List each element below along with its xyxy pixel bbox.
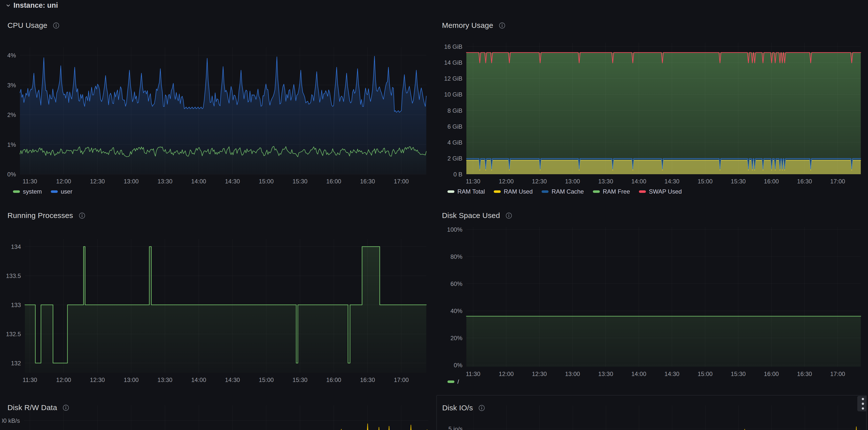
svg-text:17:00: 17:00 xyxy=(830,370,845,377)
svg-text:16:30: 16:30 xyxy=(797,178,812,185)
svg-text:15:30: 15:30 xyxy=(731,370,746,377)
svg-text:17:00: 17:00 xyxy=(830,178,845,185)
svg-text:2%: 2% xyxy=(7,111,16,118)
svg-text:12:00: 12:00 xyxy=(56,178,71,185)
svg-text:13:00: 13:00 xyxy=(124,178,139,185)
panel-title[interactable]: Disk R/W Data xyxy=(7,403,57,412)
legend-label: RAM Free xyxy=(603,188,630,195)
legend-label: RAM Used xyxy=(504,188,533,195)
svg-text:16 GiB: 16 GiB xyxy=(444,43,462,50)
legend-swatch xyxy=(639,190,646,193)
legend-label: user xyxy=(61,188,72,195)
panel-disk-io: Disk IO/s 5 io/s xyxy=(436,395,867,430)
svg-text:13:30: 13:30 xyxy=(157,178,172,185)
svg-text:132: 132 xyxy=(11,360,21,367)
cpu-legend: systemuser xyxy=(13,188,72,195)
svg-text:3%: 3% xyxy=(7,82,16,89)
svg-text:11:30: 11:30 xyxy=(466,178,480,185)
diskio-chart-canvas[interactable]: 5 io/s xyxy=(437,395,866,430)
svg-text:12:00: 12:00 xyxy=(499,178,514,185)
panel-title[interactable]: Memory Usage xyxy=(442,21,493,30)
svg-text:133.5: 133.5 xyxy=(6,272,21,279)
svg-text:0 B: 0 B xyxy=(454,171,462,178)
svg-text:40%: 40% xyxy=(451,307,462,314)
cpu-chart-canvas[interactable]: 0%1%2%3%4%11:3012:0012:3013:0013:3014:00… xyxy=(2,13,434,201)
info-icon[interactable] xyxy=(53,22,60,29)
info-icon[interactable] xyxy=(478,405,485,411)
svg-text:12:30: 12:30 xyxy=(90,178,105,185)
chevron-down-icon xyxy=(5,3,11,8)
legend-item-system[interactable]: system xyxy=(13,188,42,195)
legend-item--[interactable]: / xyxy=(447,378,459,385)
svg-text:14 GiB: 14 GiB xyxy=(444,59,462,66)
svg-text:14:30: 14:30 xyxy=(225,178,240,185)
svg-text:12 GiB: 12 GiB xyxy=(444,75,462,82)
svg-text:15:30: 15:30 xyxy=(292,178,308,185)
svg-text:10 GiB: 10 GiB xyxy=(444,91,462,98)
svg-text:6 GiB: 6 GiB xyxy=(447,123,462,130)
legend-swatch xyxy=(541,190,549,193)
info-icon[interactable] xyxy=(62,404,69,411)
svg-text:13:00: 13:00 xyxy=(565,370,580,377)
legend-item-ram-used[interactable]: RAM Used xyxy=(494,188,533,195)
info-icon[interactable] xyxy=(79,212,85,219)
svg-text:16:00: 16:00 xyxy=(764,370,779,377)
legend-swatch xyxy=(447,381,455,383)
svg-text:15:00: 15:00 xyxy=(259,178,274,185)
svg-text:80%: 80% xyxy=(451,253,462,260)
legend-swatch xyxy=(51,190,58,193)
panel-title[interactable]: CPU Usage xyxy=(7,21,47,30)
legend-swatch xyxy=(447,190,455,193)
panel-title[interactable]: Disk IO/s xyxy=(442,404,473,412)
diskspace-chart-canvas[interactable]: 0%20%40%60%80%100%11:3012:0012:3013:0013… xyxy=(436,203,866,392)
panel-cpu-usage: CPU Usage 0%1%2%3%4%11:3012:0012:3013:00… xyxy=(2,13,434,201)
svg-text:16:00: 16:00 xyxy=(764,178,779,185)
diskspace-legend: / xyxy=(447,378,459,385)
legend-label: RAM Total xyxy=(457,188,485,195)
legend-label: system xyxy=(23,188,42,195)
svg-text:14:30: 14:30 xyxy=(225,376,240,383)
legend-swatch xyxy=(494,190,501,193)
info-icon[interactable] xyxy=(505,212,512,219)
panel-disk-space-used: Disk Space Used 0%20%40%60%80%100%11:301… xyxy=(436,203,866,392)
panel-running-processes: Running Processes 132132.5133133.513411:… xyxy=(2,203,434,392)
panel-header: Disk Space Used xyxy=(442,210,512,221)
svg-text:12:30: 12:30 xyxy=(90,376,105,383)
row-title: Instance: uni xyxy=(13,1,58,9)
memory-chart-canvas[interactable]: 0 B2 GiB4 GiB6 GiB8 GiB10 GiB12 GiB14 Gi… xyxy=(436,13,866,201)
legend-item-ram-free[interactable]: RAM Free xyxy=(593,188,630,195)
info-icon[interactable] xyxy=(499,22,505,29)
svg-text:0%: 0% xyxy=(7,171,16,178)
svg-text:12:30: 12:30 xyxy=(532,178,547,185)
legend-label: SWAP Used xyxy=(649,188,682,195)
svg-text:13:30: 13:30 xyxy=(598,370,613,377)
panel-title[interactable]: Disk Space Used xyxy=(442,211,500,220)
processes-chart-canvas[interactable]: 132132.5133133.513411:3012:0012:3013:001… xyxy=(2,203,434,392)
svg-text:60%: 60% xyxy=(451,280,462,287)
legend-item-swap-used[interactable]: SWAP Used xyxy=(639,188,682,195)
svg-text:16:30: 16:30 xyxy=(797,370,812,377)
legend-item-ram-cache[interactable]: RAM Cache xyxy=(541,188,584,195)
svg-text:15:30: 15:30 xyxy=(292,376,308,383)
panel-title[interactable]: Running Processes xyxy=(7,211,73,220)
svg-text:16:00: 16:00 xyxy=(326,376,341,383)
svg-text:5 io/s: 5 io/s xyxy=(448,426,463,430)
memory-legend: RAM TotalRAM UsedRAM CacheRAM FreeSWAP U… xyxy=(447,188,682,195)
svg-text:100 kB/s: 100 kB/s xyxy=(2,417,20,424)
svg-text:14:30: 14:30 xyxy=(664,178,680,185)
svg-text:133: 133 xyxy=(11,302,21,308)
svg-text:1%: 1% xyxy=(7,141,16,148)
svg-text:100%: 100% xyxy=(447,226,462,233)
svg-text:0%: 0% xyxy=(454,362,462,368)
svg-text:12:00: 12:00 xyxy=(499,370,514,377)
svg-text:12:00: 12:00 xyxy=(56,376,71,383)
legend-item-user[interactable]: user xyxy=(51,188,72,195)
svg-text:14:00: 14:00 xyxy=(191,178,206,185)
panel-menu-kebab-button[interactable] xyxy=(857,396,867,411)
panel-header: Disk IO/s xyxy=(442,402,485,413)
row-header-instance-uni[interactable]: Instance: uni xyxy=(5,1,58,9)
svg-text:14:00: 14:00 xyxy=(631,178,646,185)
svg-text:12:30: 12:30 xyxy=(532,370,547,377)
svg-text:132.5: 132.5 xyxy=(6,331,21,337)
legend-item-ram-total[interactable]: RAM Total xyxy=(447,188,485,195)
